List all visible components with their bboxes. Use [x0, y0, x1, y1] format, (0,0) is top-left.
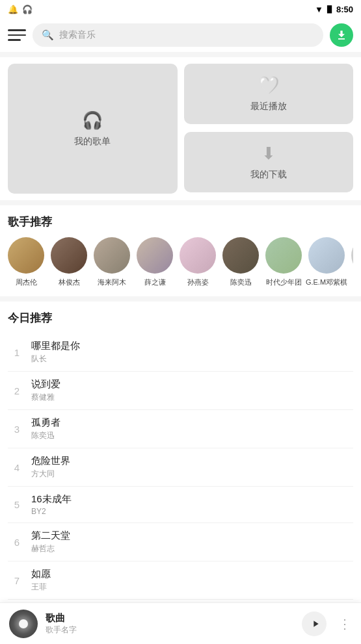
- song-number: 4: [8, 462, 26, 473]
- song-info: 危险世界 方大同: [31, 455, 353, 480]
- song-artist: BY2: [31, 507, 353, 516]
- artist-name: 薛之谦: [144, 277, 166, 287]
- song-number: 5: [8, 499, 26, 510]
- signal-icon: ▉: [327, 6, 332, 13]
- artist-name: 孙燕姿: [187, 277, 209, 287]
- status-right: ▼ ▉ 8:50: [315, 5, 353, 14]
- artist-name: 时代少年团: [266, 277, 302, 287]
- song-item[interactable]: 7 如愿 王菲: [8, 561, 353, 600]
- artist-item[interactable]: 孙燕姿: [180, 237, 216, 287]
- song-info: 哪里都是你 队长: [31, 340, 353, 365]
- song-artist: 方大同: [31, 469, 353, 480]
- song-artist: 陈奕迅: [31, 430, 353, 441]
- artist-avatar: [265, 237, 302, 274]
- artist-item[interactable]: 林俊杰: [51, 237, 87, 287]
- playback-controls: ⋮: [302, 612, 352, 636]
- now-playing-bar[interactable]: 歌曲 歌手名字 ⋮: [0, 602, 361, 644]
- artist-item[interactable]: G.E.M邓紫棋: [308, 237, 345, 287]
- my-playlist-label: 我的歌单: [74, 136, 111, 148]
- my-playlist-card[interactable]: 🎧 我的歌单: [8, 64, 178, 194]
- song-artist: 蔡健雅: [31, 392, 353, 403]
- artist-name: G.E.M邓紫棋: [306, 277, 347, 287]
- artist-item[interactable]: 陈奕迅: [222, 237, 259, 287]
- album-art: [9, 610, 38, 638]
- download-icon: ⬇: [261, 144, 276, 164]
- artist-avatar: [137, 237, 173, 274]
- song-info: 16未成年 BY2: [31, 493, 353, 516]
- song-title: 如愿: [31, 568, 353, 580]
- artist-item[interactable]: 周杰伦: [8, 237, 44, 287]
- my-download-card[interactable]: ⬇ 我的下载: [184, 132, 354, 192]
- menu-button[interactable]: [8, 26, 26, 44]
- artist-item[interactable]: 张韶涵: [351, 237, 353, 287]
- song-title: 危险世界: [31, 455, 353, 467]
- recent-play-card[interactable]: 🤍 最近播放: [184, 64, 354, 124]
- artist-name: 陈奕迅: [230, 277, 252, 287]
- song-title: 说到爱: [31, 378, 353, 391]
- heart-icon: 🤍: [258, 75, 279, 96]
- artist-avatar: [308, 237, 345, 274]
- artist-section-title: 歌手推荐: [8, 214, 353, 229]
- search-bar[interactable]: 🔍 搜索音乐: [33, 23, 323, 47]
- artist-avatar: [8, 237, 44, 274]
- artist-scroll-list: 周杰伦 林俊杰 海来阿木 薛之谦 孙燕姿 陈奕迅: [8, 237, 353, 290]
- artist-item[interactable]: 时代少年团: [265, 237, 302, 287]
- download-button[interactable]: [330, 23, 353, 47]
- recent-play-label: 最近播放: [250, 101, 287, 112]
- song-number: 2: [8, 385, 26, 396]
- search-icon: 🔍: [42, 29, 54, 41]
- song-title: 第二天堂: [31, 530, 353, 542]
- headphone-icon: 🎧: [82, 110, 103, 131]
- status-left-icons: 🔔 🎧: [8, 5, 33, 14]
- song-item[interactable]: 4 危险世界 方大同: [8, 448, 353, 487]
- song-title: 孤勇者: [31, 417, 353, 429]
- artist-avatar: [94, 237, 130, 274]
- search-placeholder: 搜索音乐: [59, 29, 96, 41]
- song-artist: 王菲: [31, 582, 353, 593]
- battery-time: 8:50: [336, 5, 353, 14]
- artist-name: 海来阿木: [98, 277, 126, 287]
- download-icon: [335, 29, 348, 42]
- headphone-status-icon: 🎧: [22, 5, 33, 14]
- song-list: 1 哪里都是你 队长 2 说到爱 蔡健雅 3 孤勇者 陈奕迅: [8, 333, 353, 644]
- song-number: 1: [8, 347, 26, 358]
- top-bar: 🔍 搜索音乐: [0, 18, 361, 52]
- scroll-content: 🎧 我的歌单 🤍 最近播放 ⬇ 我的下载 歌手推荐 周杰伦 林俊杰: [0, 57, 361, 644]
- song-item[interactable]: 1 哪里都是你 队长: [8, 333, 353, 372]
- song-number: 3: [8, 424, 26, 435]
- quick-access-grid: 🎧 我的歌单 🤍 最近播放 ⬇ 我的下载: [0, 57, 361, 200]
- now-playing-artist: 歌手名字: [46, 625, 294, 636]
- song-number: 7: [8, 575, 26, 586]
- wifi-icon: ▼: [315, 5, 323, 14]
- more-options-button[interactable]: ⋮: [338, 616, 352, 632]
- song-item[interactable]: 6 第二天堂 赫哲志: [8, 523, 353, 561]
- artist-name: 周杰伦: [16, 277, 37, 287]
- song-number: 6: [8, 537, 26, 548]
- song-artist: 赫哲志: [31, 543, 353, 554]
- recommend-section-title: 今日推荐: [8, 311, 353, 326]
- play-icon: [310, 619, 321, 629]
- song-info: 孤勇者 陈奕迅: [31, 417, 353, 441]
- song-item[interactable]: 2 说到爱 蔡健雅: [8, 372, 353, 410]
- artist-item[interactable]: 海来阿木: [94, 237, 130, 287]
- now-playing-title: 歌曲: [46, 612, 294, 625]
- artist-avatar: [222, 237, 259, 274]
- song-title: 16未成年: [31, 493, 353, 506]
- song-item[interactable]: 3 孤勇者 陈奕迅: [8, 410, 353, 448]
- artist-avatar: [351, 237, 353, 274]
- artist-name: 林俊杰: [59, 277, 80, 287]
- song-item[interactable]: 5 16未成年 BY2: [8, 487, 353, 523]
- artist-section: 歌手推荐 周杰伦 林俊杰 海来阿木 薛之谦 孙燕姿: [0, 205, 361, 296]
- song-artist: 队长: [31, 354, 353, 365]
- play-pause-button[interactable]: [302, 612, 327, 636]
- artist-item[interactable]: 薛之谦: [137, 237, 173, 287]
- recommend-section: 今日推荐 1 哪里都是你 队长 2 说到爱 蔡健雅 3 孤勇者: [0, 302, 361, 644]
- now-playing-info: 歌曲 歌手名字: [46, 612, 294, 636]
- song-info: 如愿 王菲: [31, 568, 353, 593]
- song-info: 说到爱 蔡健雅: [31, 378, 353, 403]
- my-download-label: 我的下载: [250, 169, 287, 181]
- song-title: 哪里都是你: [31, 340, 353, 352]
- artist-avatar: [180, 237, 216, 274]
- album-center-hole: [19, 619, 28, 628]
- status-bar: 🔔 🎧 ▼ ▉ 8:50: [0, 0, 361, 18]
